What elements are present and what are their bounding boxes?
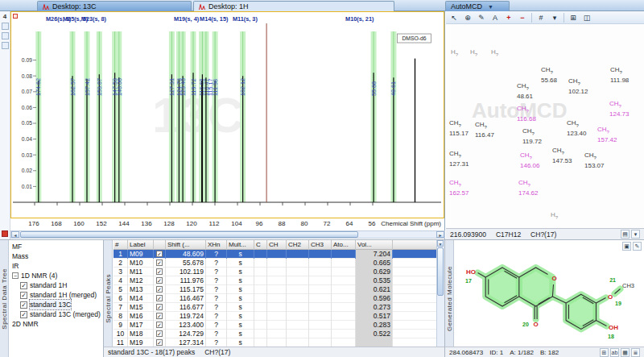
list-icon[interactable]: ≣: [631, 348, 640, 357]
table-row[interactable]: 5M13✓115.175?s0.621: [114, 285, 436, 294]
column-header[interactable]: Shift (...: [166, 240, 206, 250]
tree-item[interactable]: MF: [10, 242, 103, 251]
table-row[interactable]: 9M17✓123.400?s0.283: [114, 321, 436, 330]
table-row[interactable]: 2M10✓55.678?s0.665: [114, 259, 436, 268]
grid-icon[interactable]: ⊞: [600, 348, 609, 357]
text-icon[interactable]: A: [489, 12, 502, 23]
add-icon[interactable]: +: [502, 12, 515, 23]
scrollbar-th umb[interactable]: [20, 231, 358, 238]
dropdown-icon[interactable]: ▾: [548, 12, 561, 23]
tree-item[interactable]: ✓standard 1H (merged): [10, 290, 103, 300]
tree-item[interactable]: Mass: [10, 251, 103, 261]
column-header[interactable]: Label: [128, 240, 154, 250]
tree-item[interactable]: 2D NMR: [10, 319, 103, 329]
checkbox[interactable]: ✓: [156, 322, 163, 328]
mcd-hydrogen-node[interactable]: H?: [470, 48, 477, 59]
column-header[interactable]: CH3: [309, 240, 332, 250]
checkbox[interactable]: ✓: [156, 330, 163, 337]
spectrum-plot[interactable]: 13C 0.010.020.030.040.050.060.070.080.09…: [10, 11, 444, 218]
tab-desktop-1h[interactable]: Desktop: 1H: [193, 1, 394, 11]
mcd-hydrogen-node[interactable]: H?: [451, 48, 458, 59]
mcd-carbon-node[interactable]: CH?153.07: [584, 152, 604, 169]
column-header[interactable]: XHn: [206, 240, 227, 250]
checkbox[interactable]: ✓: [156, 339, 163, 346]
mcd-carbon-node[interactable]: CH?157.42: [597, 126, 617, 143]
scroll-down-button[interactable]: ▼: [437, 240, 444, 247]
zoom-icon[interactable]: ⊕: [461, 12, 474, 23]
checkbox[interactable]: ✓: [156, 277, 163, 284]
column-header[interactable]: Ato...: [332, 240, 356, 250]
mcd-carbon-node[interactable]: CH?127.31: [449, 150, 469, 168]
mcd-carbon-node[interactable]: CH?102.12: [568, 77, 588, 95]
table-row[interactable]: 8M16✓119.724?s0.517: [114, 312, 436, 321]
multiplet-label[interactable]: M10(s, 21): [345, 15, 374, 23]
scrollbar-thumb[interactable]: [437, 247, 444, 296]
multiplet-label[interactable]: M23(s, 8): [81, 15, 107, 23]
panels-icon[interactable]: ◫: [580, 12, 593, 23]
molecule-canvas[interactable]: ▣✎: [455, 240, 644, 347]
table-row[interactable]: 1M09✓48.609?s7.204: [114, 250, 436, 259]
column-header[interactable]: Vol...: [356, 240, 393, 250]
tree-item[interactable]: ✓standard 13C (merged): [10, 309, 103, 319]
chevron-down-icon[interactable]: ▼: [488, 4, 493, 10]
horizontal-scrollbar[interactable]: ◄ ►: [10, 230, 445, 239]
table-row[interactable]: 10M18✓124.729?s0.522: [114, 330, 436, 338]
multiplet-label[interactable]: M11(s, 3): [233, 15, 258, 23]
tool-icon[interactable]: [2, 32, 9, 39]
table-row[interactable]: 6M14✓116.467?s0.596: [114, 294, 436, 303]
tab-desktop-13c[interactable]: Desktop: 13C: [37, 1, 192, 11]
column-header[interactable]: CH: [267, 240, 287, 250]
checkbox[interactable]: ✓: [156, 286, 163, 293]
mcd-carbon-node[interactable]: CH?115.17: [449, 119, 469, 137]
column-header[interactable]: C: [254, 240, 267, 250]
mcd-hydrogen-node[interactable]: H?: [491, 48, 498, 59]
draw-icon[interactable]: ✎: [475, 12, 488, 23]
vertical-scrollbar[interactable]: ▲ ▼: [436, 240, 444, 347]
checkbox[interactable]: ✓: [156, 295, 163, 301]
multiplet-label[interactable]: M19(s, 4): [174, 15, 200, 23]
mcd-carbon-node[interactable]: CH?174.62: [518, 179, 538, 197]
mcd-carbon-node[interactable]: CH?147.53: [552, 147, 572, 164]
mcd-carbon-node[interactable]: CH?162.57: [449, 179, 469, 197]
mcd-carbon-node[interactable]: CH?116.68: [517, 105, 536, 122]
chevron-down-icon[interactable]: ▾: [631, 230, 640, 239]
column-header[interactable]: Mult...: [227, 240, 254, 250]
mcd-carbon-node[interactable]: CH?111.98: [610, 66, 629, 84]
table-icon[interactable]: ▦: [621, 348, 630, 357]
mcd-carbon-node[interactable]: CH?146.06: [520, 152, 539, 169]
tree-item[interactable]: −1D NMR (4): [10, 271, 103, 280]
multiplet-label[interactable]: M14(s, 15): [200, 15, 229, 23]
collapse-icon[interactable]: −: [12, 272, 19, 279]
mcd-carbon-node[interactable]: CH?119.72: [522, 127, 542, 145]
grid-icon[interactable]: ⊞: [567, 12, 580, 23]
tool-icon[interactable]: [2, 42, 9, 49]
mcd-carbon-node[interactable]: CH?124.73: [609, 100, 629, 118]
mcd-carbon-node[interactable]: CH?116.47: [475, 121, 494, 139]
mcd-hydrogen-node[interactable]: H?: [551, 211, 558, 222]
mcd-carbon-node[interactable]: CH?55.68: [541, 66, 557, 84]
spectrum-canvas[interactable]: 0.010.020.030.040.050.060.070.080.09174.…: [11, 12, 444, 218]
rows-icon[interactable]: ▤: [621, 230, 630, 239]
column-header[interactable]: [154, 240, 166, 250]
scroll-right-button[interactable]: ►: [436, 231, 444, 238]
checkbox[interactable]: ✓: [20, 301, 27, 309]
checkbox[interactable]: ✓: [20, 311, 27, 318]
tree-item[interactable]: ✓standard 1H: [10, 280, 103, 290]
atoms-icon[interactable]: #: [535, 12, 547, 23]
scroll-left-button[interactable]: ◄: [11, 231, 19, 238]
mcd-carbon-node[interactable]: CH?48.61: [517, 82, 533, 100]
marker-icon[interactable]: [2, 230, 8, 237]
checkbox[interactable]: ✓: [156, 313, 163, 319]
label-icon[interactable]: ab: [610, 348, 619, 357]
checkbox[interactable]: ✓: [20, 282, 27, 289]
table-row[interactable]: 7M15✓116.677?s0.273: [114, 303, 436, 312]
tree-item[interactable]: ✓standard 13C: [10, 300, 103, 309]
tool-icon[interactable]: [2, 23, 9, 30]
column-header[interactable]: CH2: [287, 240, 309, 250]
mcd-carbon-node[interactable]: CH?123.40: [567, 119, 586, 137]
checkbox[interactable]: ✓: [156, 259, 163, 266]
table-row[interactable]: 11M19✓127.314?s: [114, 338, 436, 347]
checkbox[interactable]: ✓: [156, 268, 163, 275]
remove-icon[interactable]: −: [516, 12, 529, 23]
column-header[interactable]: #: [114, 240, 128, 250]
